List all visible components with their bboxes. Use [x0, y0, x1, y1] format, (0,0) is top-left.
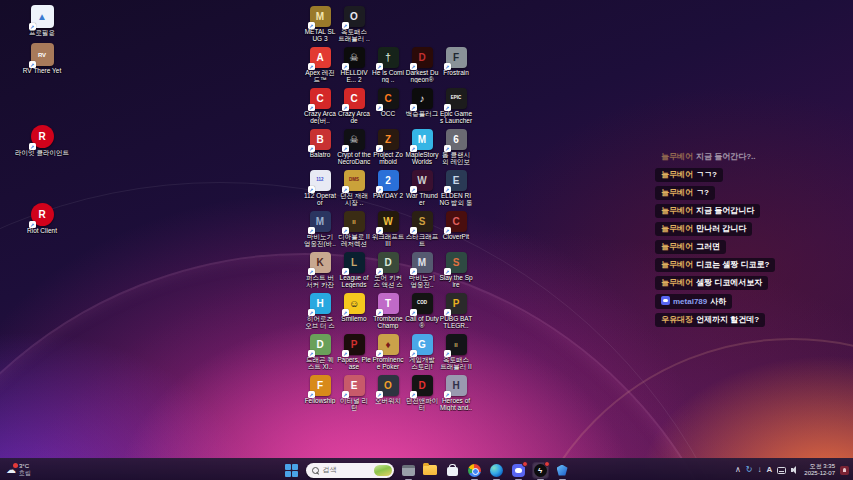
- desktop-icon[interactable]: K↗퍼스트 버서커 카잔: [303, 252, 337, 288]
- desktop-icon[interactable]: C↗CloverPit: [439, 211, 473, 240]
- taskbar-app-window[interactable]: [401, 463, 416, 478]
- desktop-icon[interactable]: Z↗Project Zomboid: [371, 129, 405, 165]
- desktop-icon[interactable]: C↗Crazy Arcade(버..: [303, 88, 337, 124]
- app-icon-glyph: Z: [385, 135, 391, 145]
- app-icon: ☠↗: [344, 129, 365, 150]
- taskbar-app-battlenet[interactable]: [555, 463, 570, 478]
- desktop-icon[interactable]: ♪↗백승플러그: [405, 88, 439, 117]
- weather-widget[interactable]: ☁ 3°C 흐림: [6, 459, 31, 480]
- app-icon-glyph: 6: [453, 135, 459, 145]
- desktop-icon[interactable]: S↗Slay the Spire: [439, 252, 473, 288]
- desktop-icon[interactable]: M↗MapleStory Worlds: [405, 129, 439, 165]
- desktop-icon[interactable]: †↗He is Coming ..: [371, 47, 405, 83]
- desktop-icon[interactable]: T↗Trombone Champ: [371, 293, 405, 329]
- taskbar-app-chrome[interactable]: [467, 463, 482, 478]
- desktop-icon[interactable]: D↗드래곤 퀘스트 XI..: [303, 334, 337, 370]
- chat-text: 지금 들어갑니다: [696, 206, 754, 215]
- clock[interactable]: 오전 3:35 2025-12-07: [804, 463, 835, 477]
- desktop-icon[interactable]: M↗마비노기 영웅전(바..: [303, 211, 337, 247]
- notification-bell-icon[interactable]: [840, 466, 849, 475]
- desktop: ▲↗프로필용RV↗RV There YetR↗라이엇 클라이언트R↗Riot C…: [0, 0, 853, 480]
- taskbar-app-discord[interactable]: [511, 463, 526, 478]
- desktop-icon[interactable]: H↗히어로즈 오브 더 스톰: [303, 293, 337, 329]
- desktop-icon[interactable]: COD↗Call of Duty®: [405, 293, 439, 329]
- desktop-icon[interactable]: 2↗PAYDAY 2: [371, 170, 405, 199]
- desktop-icon[interactable]: W↗War Thunder: [405, 170, 439, 206]
- desktop-icon[interactable]: ☠↗HELLDIVE... 2: [337, 47, 371, 83]
- desktop-icon[interactable]: C↗OCC: [371, 88, 405, 117]
- touch-keyboard-icon[interactable]: [777, 467, 786, 474]
- desktop-icon[interactable]: F↗Frostrain: [439, 47, 473, 76]
- microsoft-store-icon: [447, 467, 458, 476]
- desktop-icon-label: 퍼스트 버서커 카잔: [303, 274, 337, 288]
- app-icon: P↗: [446, 293, 467, 314]
- desktop-icon[interactable]: P↗PUBG BATTLEGR..: [439, 293, 473, 329]
- desktop-icon[interactable]: H↗Heroes of Might and..: [439, 375, 473, 411]
- desktop-icon-label: Papers, Please: [337, 356, 371, 370]
- search-placeholder: 검색: [323, 465, 370, 475]
- desktop-icon[interactable]: ☠↗Crypt of the NecroDancer: [337, 129, 371, 165]
- desktop-icon[interactable]: R↗라이엇 클라이언트: [13, 125, 71, 156]
- desktop-icon[interactable]: II↗옥토패스 트래블러 II: [439, 334, 473, 370]
- ime-indicator[interactable]: A: [767, 466, 773, 474]
- app-icon-glyph: K: [316, 258, 323, 268]
- tray-sync-icon[interactable]: ↻: [746, 466, 753, 474]
- desktop-icon[interactable]: ☺↗Smilemo: [337, 293, 371, 322]
- desktop-icon[interactable]: C↗Crazy Arcade: [337, 88, 371, 124]
- taskbar-app-microsoft-store[interactable]: [445, 463, 460, 478]
- desktop-icon-label: 옥토패스 트래블러 ..: [337, 28, 371, 42]
- desktop-icon[interactable]: ♦↗Prominence Poker: [371, 334, 405, 370]
- app-icon-glyph: F: [317, 381, 323, 391]
- desktop-icon[interactable]: W↗워크래프트 III: [371, 211, 405, 247]
- desktop-icon[interactable]: M↗METAL SLUG 3: [303, 6, 337, 42]
- app-icon: C↗: [378, 88, 399, 109]
- desktop-icon[interactable]: E↗ELDEN RING 밤의 통치자: [439, 170, 473, 206]
- start-button[interactable]: [284, 463, 299, 478]
- desktop-icon[interactable]: S↗스타크래프트: [405, 211, 439, 247]
- taskbar-app-edge[interactable]: [489, 463, 504, 478]
- desktop-icon[interactable]: D↗도어 키커스 액션 스쿼드: [371, 252, 405, 288]
- desktop-icon[interactable]: EPIC↗Epic Games Launcher: [439, 88, 473, 124]
- desktop-icon[interactable]: 112↗112 Operator: [303, 170, 337, 206]
- desktop-icon[interactable]: 6↗톰 클랜시의 레인보우식..: [439, 129, 473, 165]
- desktop-icon[interactable]: ▲↗프로필용: [13, 5, 71, 36]
- search-input[interactable]: 검색: [306, 463, 394, 478]
- desktop-icon[interactable]: M↗마비노기 영웅전..: [405, 252, 439, 288]
- app-icon-glyph: C: [384, 94, 391, 104]
- desktop-icon[interactable]: F↗Fellowship: [303, 375, 337, 404]
- desktop-icon[interactable]: A↗Apex 레전드™: [303, 47, 337, 83]
- app-icon: R↗: [31, 203, 54, 226]
- shortcut-arrow-badge: ↗: [342, 268, 349, 275]
- desktop-icon[interactable]: B↗Balatro: [303, 129, 337, 158]
- chat-message: 우유대장언제까지 할건데?: [655, 313, 765, 327]
- desktop-icon[interactable]: O↗오버워치: [371, 375, 405, 404]
- app-icon: P↗: [344, 334, 365, 355]
- shortcut-arrow-badge: ↗: [308, 309, 315, 316]
- desktop-icon[interactable]: E↗이터널 리턴: [337, 375, 371, 411]
- taskbar-app-chzzk[interactable]: ϟ: [533, 463, 548, 478]
- desktop-icon[interactable]: D↗던전앤파이터: [405, 375, 439, 411]
- app-icon: ☠↗: [344, 47, 365, 68]
- desktop-icon[interactable]: DMS↗던전 재래시장 ..: [337, 170, 371, 206]
- app-icon: S↗: [412, 211, 433, 232]
- desktop-icon[interactable]: P↗Papers, Please: [337, 334, 371, 370]
- desktop-icon[interactable]: O↗옥토패스 트래블러 ..: [337, 6, 371, 42]
- desktop-icon[interactable]: RV↗RV There Yet: [13, 43, 71, 74]
- chat-message: 늘무베어ㄱㄱ?: [655, 168, 723, 182]
- desktop-icon[interactable]: L↗League of Legends: [337, 252, 371, 288]
- desktop-icon[interactable]: G↗게임개발 스토리!: [405, 334, 439, 370]
- desktop-icon-label: Epic Games Launcher: [439, 110, 473, 124]
- shortcut-arrow-badge: ↗: [410, 268, 417, 275]
- desktop-icon[interactable]: R↗Riot Client: [13, 203, 71, 234]
- desktop-icon[interactable]: D↗Darkest Dungeon®: [405, 47, 439, 83]
- taskbar-app-file-explorer[interactable]: [423, 463, 438, 478]
- tray-download-icon[interactable]: ↓: [758, 466, 762, 474]
- chat-username: 늘무베어: [661, 170, 693, 179]
- tray-chevron-up-icon[interactable]: ∧: [735, 466, 741, 474]
- app-icon-glyph: †: [385, 53, 391, 63]
- desktop-icon[interactable]: II↗디아블로 II 레저렉션: [337, 211, 371, 247]
- speaker-icon[interactable]: [791, 466, 799, 474]
- app-icon: M↗: [412, 252, 433, 273]
- app-icon-glyph: ☠: [350, 53, 359, 63]
- app-icon-glyph: H: [452, 381, 459, 391]
